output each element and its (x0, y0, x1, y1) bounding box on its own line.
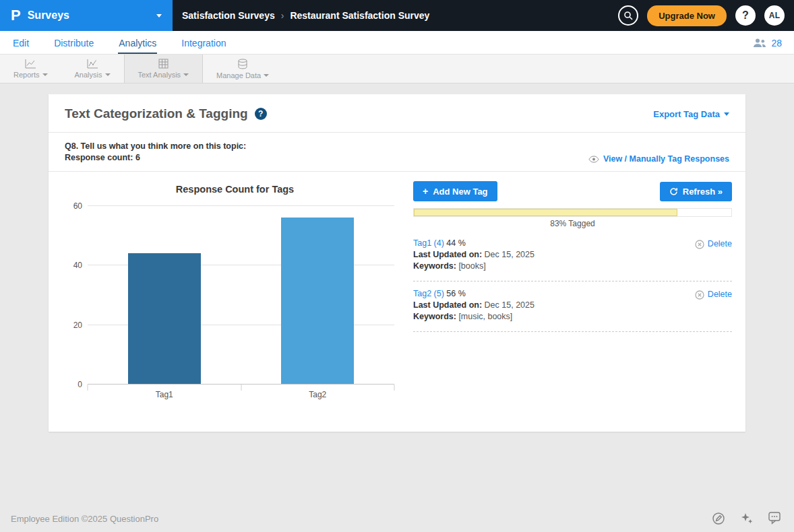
toolbar-item-reports[interactable]: Reports (0, 55, 61, 83)
main-content: Text Categorization & Tagging ? Export T… (0, 84, 794, 505)
sparkles-icon[interactable] (740, 512, 754, 525)
tag-updated-line: Last Updated on: Dec 15, 2025 (413, 300, 732, 311)
text-analysis-icon (158, 59, 169, 69)
footer-icons (712, 512, 783, 525)
toolbar-item-text-analysis[interactable]: Text Analysis (124, 55, 204, 83)
footer-edition-text: Employee Edition ©2025 QuestionPro (11, 514, 158, 524)
eye-icon (588, 156, 599, 163)
gridline-60 (88, 205, 394, 206)
breadcrumb: Satisfaction Surveys › Restaurant Satisf… (182, 10, 429, 21)
export-tag-data-label: Export Tag Data (653, 109, 720, 119)
respondents-count: 28 (771, 38, 782, 48)
help-circle-icon[interactable]: ? (255, 108, 267, 120)
respondents-icon (753, 38, 766, 48)
refresh-label: Refresh » (683, 187, 723, 197)
tagged-progress-bar (413, 208, 732, 217)
chart-title: Response Count for Tags (65, 184, 405, 195)
circle-x-icon (695, 240, 704, 249)
keywords-value: [books] (458, 261, 485, 271)
tag-name-link[interactable]: Tag1 (4) (413, 238, 444, 248)
toolbar-item-manage-data[interactable]: Manage Data (203, 55, 282, 83)
chevron-down-icon (183, 73, 189, 76)
search-button[interactable] (618, 5, 638, 26)
export-tag-data-dropdown[interactable]: Export Tag Data (653, 109, 729, 119)
delete-tag-button[interactable]: Delete (695, 289, 732, 300)
survey-nav-tabs: Edit Distribute Analytics Integration 28 (0, 31, 794, 54)
tag-management-panel: + Add New Tag Refresh » 83% Tagged (405, 181, 732, 399)
topbar-actions: Upgrade Now ? AL (618, 5, 794, 26)
tab-analytics[interactable]: Analytics (118, 35, 157, 54)
page-title: Text Categorization & Tagging (65, 106, 248, 121)
last-updated-value: Dec 15, 2025 (485, 300, 535, 310)
tag-list-item: Tag1 (4) 44 % Last Updated on: Dec 15, 2… (413, 231, 732, 281)
tab-integration[interactable]: Integration (181, 35, 226, 54)
tagged-progress-fill (414, 209, 677, 216)
tag-keywords-line: Keywords: [books] (413, 261, 732, 272)
analytics-toolbar: Reports Analysis Text Analysis Manage Da… (0, 54, 794, 84)
add-new-tag-label: Add New Tag (433, 187, 487, 197)
reports-icon (25, 59, 36, 69)
tag-updated-line: Last Updated on: Dec 15, 2025 (413, 249, 732, 261)
breadcrumb-separator-icon: › (281, 10, 284, 21)
tag-percent: 44 % (446, 238, 466, 248)
text-categorization-card: Text Categorization & Tagging ? Export T… (49, 94, 745, 432)
chevron-down-icon (42, 73, 48, 76)
view-manually-tag-label: View / Manually Tag Responses (603, 154, 729, 164)
view-manually-tag-link[interactable]: View / Manually Tag Responses (588, 154, 729, 164)
help-button[interactable]: ? (735, 5, 756, 26)
tag-name-link[interactable]: Tag2 (5) (413, 289, 444, 298)
chevron-down-icon (264, 74, 269, 77)
y-tick-label: 0 (65, 380, 82, 389)
chevron-down-icon (156, 14, 162, 18)
add-new-tag-button[interactable]: + Add New Tag (413, 181, 497, 201)
y-tick-label: 20 (65, 321, 82, 330)
circle-x-icon (695, 290, 704, 300)
chevron-down-icon (724, 112, 729, 116)
app-label: Surveys (28, 9, 69, 22)
keywords-value: [music, books] (458, 312, 512, 321)
delete-label: Delete (708, 238, 732, 250)
toolbar-item-label: Reports (13, 71, 40, 79)
delete-tag-button[interactable]: Delete (695, 238, 732, 250)
respondents-counter[interactable]: 28 (753, 38, 782, 54)
chart-plot-area: 0204060 (88, 205, 394, 385)
tag-list: Tag1 (4) 44 % Last Updated on: Dec 15, 2… (413, 231, 732, 332)
tag-percent: 56 % (446, 289, 466, 298)
refresh-button[interactable]: Refresh » (660, 182, 732, 201)
keywords-label: Keywords: (413, 312, 456, 321)
tagged-progress-label: 83% Tagged (413, 219, 732, 228)
response-count-value: 6 (135, 153, 140, 162)
card-header: Text Categorization & Tagging ? Export T… (49, 94, 745, 132)
x-axis-label: Tag2 (309, 390, 326, 399)
tab-edit[interactable]: Edit (12, 35, 30, 54)
questionpro-logo-icon: P (11, 8, 21, 23)
tab-distribute[interactable]: Distribute (53, 35, 94, 54)
bar-tag2[interactable] (281, 218, 354, 384)
question-section: Q8. Tell us what you think more on this … (49, 133, 745, 171)
chart-x-axis-labels: Tag1Tag2 (88, 385, 394, 399)
tag-title-line: Tag2 (5) 56 % (413, 288, 732, 300)
last-updated-label: Last Updated on: (413, 300, 482, 310)
response-count-label: Response count: (65, 153, 133, 162)
toolbar-item-label: Text Analysis (138, 71, 181, 79)
avatar[interactable]: AL (764, 5, 785, 26)
response-count-line: Response count: 6 (65, 152, 246, 164)
breadcrumb-current: Restaurant Satisfaction Survey (290, 10, 429, 21)
feedback-pencil-icon[interactable] (712, 512, 725, 525)
y-tick-label: 60 (65, 201, 82, 211)
toolbar-item-analysis[interactable]: Analysis (61, 55, 124, 83)
refresh-icon (669, 187, 678, 196)
breadcrumb-parent[interactable]: Satisfaction Surveys (182, 10, 275, 21)
app-switcher-surveys[interactable]: P Surveys (0, 0, 173, 31)
manage-data-icon (238, 59, 247, 69)
chat-icon[interactable] (768, 512, 783, 525)
toolbar-item-label: Manage Data (216, 71, 261, 79)
bar-tag1[interactable] (128, 253, 201, 384)
upgrade-now-button[interactable]: Upgrade Now (647, 5, 727, 26)
tag-keywords-line: Keywords: [music, books] (413, 311, 732, 323)
analysis-icon (87, 59, 98, 69)
chevron-down-icon (105, 73, 111, 76)
tag-response-chart: Response Count for Tags 0204060 Tag1Tag2 (65, 181, 405, 399)
tag-list-item: Tag2 (5) 56 % Last Updated on: Dec 15, 2… (413, 281, 732, 332)
y-tick-label: 40 (65, 261, 82, 270)
